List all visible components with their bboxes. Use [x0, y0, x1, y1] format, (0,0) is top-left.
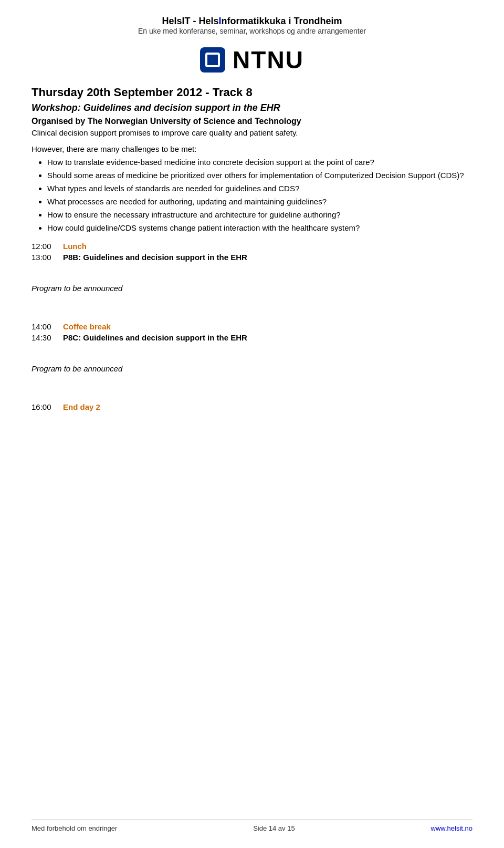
schedule-block-3: 16:00 End day 2 [32, 402, 472, 411]
footer-disclaimer: Med forbehold om endringer [32, 824, 117, 832]
ntnu-wordmark: NTNU [233, 46, 304, 74]
list-item: How to ensure the necessary infrastructu… [47, 210, 472, 219]
schedule-time: 12:00 [32, 242, 63, 251]
page-header: HelsIT - HelsInformatikkuka i Trondheim … [32, 16, 472, 35]
main-title: Thursday 20th September 2012 - Track 8 [32, 86, 472, 99]
ntnu-logo-inner [205, 53, 220, 67]
schedule-row-end: 16:00 End day 2 [32, 402, 472, 411]
list-item: Should some areas of medicine be priorit… [47, 171, 472, 180]
list-item: How could guideline/CDS systems change p… [47, 223, 472, 232]
schedule-row-p8c: 14:30 P8C: Guidelines and decision suppo… [32, 333, 472, 342]
header-title: HelsIT - HelsInformatikkuka i Trondheim [32, 16, 472, 27]
schedule-time: 14:00 [32, 322, 63, 331]
schedule-time: 14:30 [32, 333, 63, 342]
schedule-block-2: 14:00 Coffee break 14:30 P8C: Guidelines… [32, 322, 472, 342]
schedule-time: 16:00 [32, 402, 63, 411]
page-footer: Med forbehold om endringer Side 14 av 15… [32, 820, 472, 832]
list-item: What processes are needed for authoring,… [47, 197, 472, 206]
list-item: How to translate evidence-based medicine… [47, 158, 472, 167]
challenges-intro: However, there are many challenges to be… [32, 144, 472, 153]
description: Clinical decision support promises to im… [32, 128, 472, 137]
schedule-label-p8c: P8C: Guidelines and decision support in … [63, 333, 247, 342]
challenges-list: How to translate evidence-based medicine… [47, 158, 472, 232]
list-item: What types and levels of standards are n… [47, 184, 472, 193]
ntnu-logo-icon [200, 47, 225, 73]
header-subtitle: En uke med konferanse, seminar, workshop… [32, 27, 472, 35]
schedule-time: 13:00 [32, 253, 63, 262]
footer-website: www.helsit.no [431, 824, 472, 832]
schedule-row-p8b: 13:00 P8B: Guidelines and decision suppo… [32, 253, 472, 262]
workshop-title: Workshop: Guidelines and decision suppor… [32, 102, 472, 113]
schedule-label-p8b: P8B: Guidelines and decision support in … [63, 253, 247, 262]
schedule-row-lunch: 12:00 Lunch [32, 242, 472, 251]
schedule-block-1: 12:00 Lunch 13:00 P8B: Guidelines and de… [32, 242, 472, 262]
footer-page-number: Side 14 av 15 [253, 824, 295, 832]
schedule-row-coffee: 14:00 Coffee break [32, 322, 472, 331]
program-announced-2: Program to be announced [32, 364, 472, 373]
program-announced-1: Program to be announced [32, 284, 472, 293]
schedule-label-end: End day 2 [63, 402, 100, 411]
logo-area: NTNU [32, 46, 472, 74]
schedule-label-lunch: Lunch [63, 242, 87, 251]
schedule-label-coffee: Coffee break [63, 322, 111, 331]
organiser: Organised by The Norwegian University of… [32, 117, 472, 126]
